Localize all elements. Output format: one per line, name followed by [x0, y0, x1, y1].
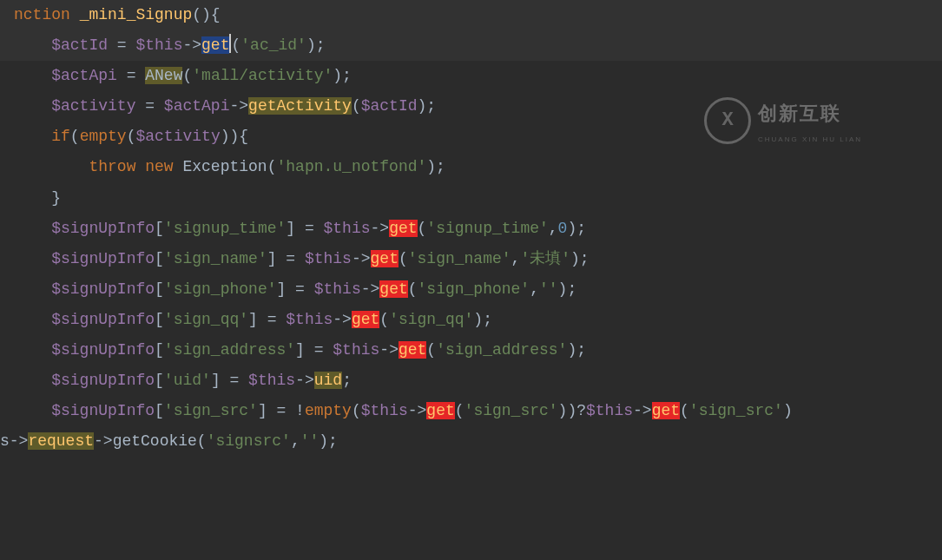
code-line[interactable]: $actId = $this->get('ac_id'); [0, 30, 942, 61]
hl-get: get [379, 280, 407, 298]
selected-get: get [201, 36, 229, 54]
code-line[interactable]: nction _mini_Signup(){ [0, 0, 942, 30]
hl-getactivity: getActivity [248, 97, 352, 115]
watermark-sub: CHUANG XIN HU LIAN [758, 133, 862, 147]
code-line[interactable]: throw new Exception('hapn.u_notfond'); [0, 152, 942, 182]
hl-get: get [371, 250, 399, 267]
code-line[interactable]: $signUpInfo['sign_address'] = $this->get… [0, 335, 942, 366]
code-line[interactable]: s->request->getCookie('signsrc',''); [0, 426, 942, 457]
code-line[interactable]: $signUpInfo['sign_name'] = $this->get('s… [0, 244, 942, 274]
hl-get: get [426, 402, 454, 419]
code-line[interactable]: } [0, 183, 942, 214]
hl-get: get [399, 341, 426, 359]
watermark-logo-icon: X [704, 97, 751, 144]
hl-anew: ANew [145, 67, 182, 84]
hl-get: get [389, 220, 417, 237]
code-editor[interactable]: X 创新互联 CHUANG XIN HU LIAN nction _mini_S… [0, 0, 942, 560]
code-line[interactable]: $signUpInfo['sign_qq'] = $this->get('sig… [0, 305, 942, 335]
hl-get: get [352, 311, 379, 328]
code-line[interactable]: $signUpInfo['uid'] = $this->uid; [0, 366, 942, 396]
hl-request: request [28, 432, 94, 450]
hl-get: get [652, 402, 680, 419]
code-line[interactable]: $actApi = ANew('mall/activity'); [0, 61, 942, 91]
code-line[interactable]: $signUpInfo['signup_time'] = $this->get(… [0, 214, 942, 244]
code-line[interactable]: $signUpInfo['sign_src'] = !empty($this->… [0, 396, 942, 426]
watermark: X 创新互联 CHUANG XIN HU LIAN [704, 96, 862, 146]
hl-uid: uid [314, 372, 342, 389]
code-line[interactable]: $signUpInfo['sign_phone'] = $this->get('… [0, 274, 942, 305]
watermark-brand: 创新互联 [758, 96, 862, 133]
